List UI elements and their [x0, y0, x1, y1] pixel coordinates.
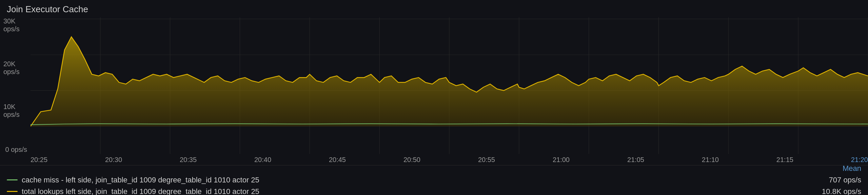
legend-left-2: total lookups left side, join_table_id 1…: [7, 187, 259, 195]
y-label-30k: 30K ops/s: [3, 17, 27, 33]
x-label-2105: 21:05: [627, 156, 644, 164]
legend-value-1: 707 ops/s: [829, 176, 861, 184]
panel-title: Join Executor Cache: [0, 4, 868, 17]
x-label-2050: 20:50: [403, 156, 420, 164]
x-label-2040: 20:40: [254, 156, 271, 164]
legend-left-1: cache miss - left side, join_table_id 10…: [7, 176, 259, 184]
legend-line-yellow: [7, 191, 18, 192]
x-label-2100: 21:00: [553, 156, 570, 164]
x-axis: 20:25 20:30 20:35 20:40 20:45 20:50 20:5…: [31, 154, 868, 164]
legend-line-green: [7, 179, 18, 180]
chart-svg: [31, 17, 868, 164]
legend-value-2: 10.8K ops/s: [822, 187, 861, 195]
chart-inner: 20:25 20:30 20:35 20:40 20:45 20:50 20:5…: [31, 17, 868, 164]
x-label-2110: 21:10: [702, 156, 719, 164]
x-label-2025: 20:25: [31, 156, 47, 164]
x-label-2035: 20:35: [180, 156, 197, 164]
legend-label-2: total lookups left side, join_table_id 1…: [22, 187, 259, 195]
x-label-2045: 20:45: [329, 156, 346, 164]
x-label-2030: 20:30: [105, 156, 122, 164]
x-label-2055: 20:55: [478, 156, 495, 164]
chart-area: 30K ops/s 20K ops/s 10K ops/s 0 ops/s: [0, 17, 868, 164]
legend-area: Mean cache miss - left side, join_table_…: [0, 165, 868, 195]
y-label-0: 0 ops/s: [5, 146, 27, 154]
legend-row-2: total lookups left side, join_table_id 1…: [7, 186, 861, 195]
mean-label: Mean: [843, 164, 861, 173]
legend-header: Mean: [7, 163, 861, 174]
y-label-20k: 20K ops/s: [3, 60, 27, 76]
legend-label-1: cache miss - left side, join_table_id 10…: [22, 176, 259, 184]
legend-row-1: cache miss - left side, join_table_id 10…: [7, 174, 861, 186]
x-label-2115: 21:15: [776, 156, 793, 164]
y-axis: 30K ops/s 20K ops/s 10K ops/s 0 ops/s: [0, 17, 31, 164]
x-label-2120: 21:20: [851, 156, 868, 164]
panel: Join Executor Cache 30K ops/s 20K ops/s …: [0, 0, 868, 195]
y-label-10k: 10K ops/s: [3, 103, 27, 119]
